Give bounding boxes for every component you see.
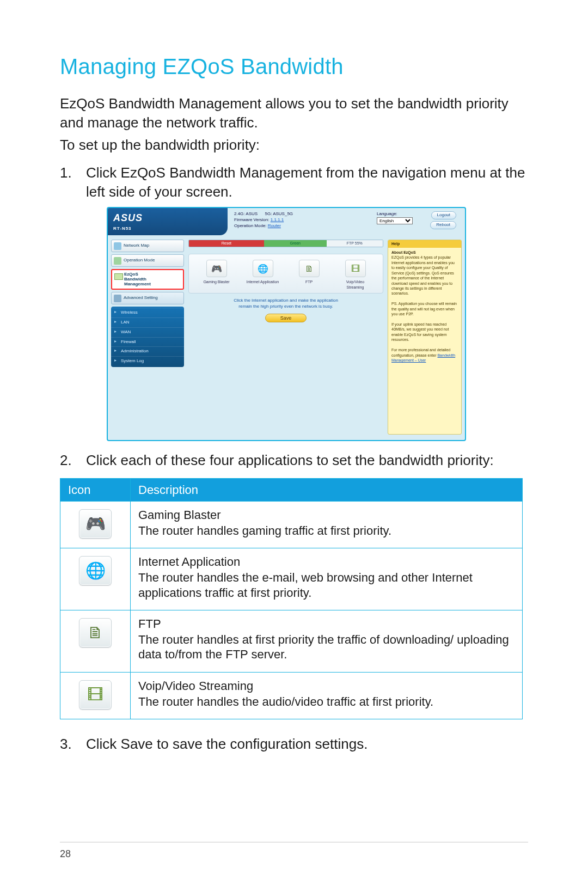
- row-title: FTP: [138, 616, 514, 632]
- help-panel: Help About EzQoS EZQoS provides 4 types …: [388, 240, 462, 435]
- priority-bar-green: Green: [264, 240, 327, 247]
- sidebar-item-advanced[interactable]: Advanced Setting: [111, 292, 184, 304]
- th-icon: Icon: [60, 478, 131, 502]
- opmode-label: Operation Mode:: [234, 223, 267, 228]
- save-button[interactable]: Save: [265, 314, 307, 322]
- language-label: Language:: [377, 211, 397, 216]
- section-heading: Managing EZQoS Bandwidth: [60, 54, 528, 79]
- step-2: 2. Click each of these four applications…: [60, 451, 528, 719]
- film-icon: 🎞: [345, 260, 366, 277]
- row-body: The router handles the audio/video traff…: [138, 694, 514, 710]
- model-label: RT-N53: [113, 226, 222, 232]
- gamepad-icon: 🎮: [206, 260, 227, 277]
- sidebar-sub-items: Wireless LAN WAN Firewall Administration…: [111, 307, 184, 367]
- router-ui-screenshot: ASUS RT-N53 2.4G: ASUS 5G: ASUS_5G Firmw…: [107, 207, 466, 441]
- router-top-bar: 2.4G: ASUS 5G: ASUS_5G Firmware Version:…: [234, 211, 460, 235]
- tile-internet[interactable]: 🌐 Internet Application: [247, 260, 279, 290]
- icon-description-table: Icon Description 🎮 Gaming Blaster The ro…: [60, 478, 523, 719]
- tile-label: Gaming Blaster: [200, 279, 233, 284]
- sidebar-item-administration[interactable]: Administration: [111, 346, 184, 356]
- th-description: Description: [131, 478, 523, 502]
- priority-bar-reset[interactable]: Reset: [189, 240, 264, 247]
- row-body: The router handles at first priority the…: [138, 632, 514, 662]
- intro-subheading: To set up the bandwidth priority:: [60, 136, 528, 155]
- help-p1: EZQoS provides 4 types of popular Intern…: [391, 255, 455, 295]
- fw-value-link[interactable]: 1.1.1.1: [271, 217, 284, 222]
- tile-voip[interactable]: 🎞 Voip/Video Streaming: [339, 260, 372, 290]
- gamepad-icon: 🎮: [79, 509, 112, 539]
- reboot-button[interactable]: Reboot: [430, 221, 456, 229]
- language-select[interactable]: English: [377, 217, 413, 224]
- brand-label: ASUS: [113, 211, 222, 224]
- sidebar-item-lan[interactable]: LAN: [111, 317, 184, 327]
- table-row: 🎞 Voip/Video Streaming The router handle…: [60, 672, 523, 719]
- step-2-text: Click each of these four applications to…: [86, 452, 494, 468]
- hint-text: Click the Internet application and make …: [188, 298, 383, 309]
- help-p3: If your uplink speed has reached 40MB/s,…: [391, 322, 449, 341]
- sidebar-item-firewall[interactable]: Firewall: [111, 337, 184, 347]
- row-body: The router handles gaming traffic at fir…: [138, 523, 514, 539]
- tile-ftp[interactable]: 🗎 FTP: [293, 260, 326, 290]
- sidebar-item-operation-mode[interactable]: Operation Mode: [111, 254, 184, 267]
- router-sidebar: Network Map Operation Mode EzQoS Bandwid…: [111, 240, 184, 367]
- sidebar-item-network-map[interactable]: Network Map: [111, 240, 184, 252]
- help-title: Help: [388, 240, 461, 247]
- tile-label: Voip/Video Streaming: [339, 279, 372, 290]
- logout-button[interactable]: Logout: [431, 211, 456, 219]
- globe-icon: 🌐: [253, 260, 273, 277]
- footer-divider: [60, 842, 528, 842]
- sidebar-item-ezqos[interactable]: EzQoS Bandwidth Management: [111, 269, 184, 290]
- steps-list: 1. Click EzQoS Bandwidth Management from…: [60, 163, 528, 754]
- file-icon: 🗎: [79, 618, 112, 647]
- step-1-text: Click EzQoS Bandwidth Management from th…: [86, 164, 525, 200]
- fw-label: Firmware Version:: [234, 217, 269, 222]
- tile-label: Internet Application: [247, 279, 279, 284]
- row-title: Gaming Blaster: [138, 507, 514, 523]
- priority-bar-ftp: FTP 55%: [327, 240, 383, 247]
- table-row: 🎮 Gaming Blaster The router handles gami…: [60, 502, 523, 548]
- row-title: Voip/Video Streaming: [138, 678, 514, 694]
- help-about: About EzQoS: [391, 250, 416, 254]
- router-brand-header: ASUS RT-N53: [108, 208, 228, 235]
- step-3-text: Click Save to save the configuration set…: [86, 736, 367, 752]
- table-row: 🗎 FTP The router handles at first priori…: [60, 610, 523, 673]
- ssid-5g: 5G: ASUS_5G: [265, 211, 293, 216]
- table-row: 🌐 Internet Application The router handle…: [60, 548, 523, 610]
- film-icon: 🎞: [79, 680, 112, 710]
- step-number: 1.: [60, 163, 72, 182]
- sidebar-item-wan[interactable]: WAN: [111, 327, 184, 337]
- intro-paragraph: EzQoS Bandwidth Management allows you to…: [60, 94, 528, 132]
- router-main-pane: Reset Green FTP 55% 🎮 Gaming Blaster 🌐: [188, 240, 383, 435]
- tile-gaming[interactable]: 🎮 Gaming Blaster: [200, 260, 233, 290]
- file-icon: 🗎: [299, 260, 320, 277]
- tile-label: FTP: [293, 279, 326, 284]
- globe-icon: 🌐: [79, 556, 112, 585]
- row-body: The router handles the e-mail, web brows…: [138, 570, 514, 600]
- sidebar-item-wireless[interactable]: Wireless: [111, 308, 184, 317]
- opmode-value-link[interactable]: Router: [268, 223, 281, 228]
- row-title: Internet Application: [138, 554, 514, 570]
- step-1: 1. Click EzQoS Bandwidth Management from…: [60, 163, 528, 441]
- document-page: Managing EZQoS Bandwidth EzQoS Bandwidth…: [0, 0, 588, 886]
- step-3: 3. Click Save to save the configuration …: [60, 735, 528, 754]
- step-number: 2.: [60, 451, 72, 470]
- step-number: 3.: [60, 735, 72, 754]
- page-number: 28: [60, 848, 71, 860]
- priority-bar: Reset Green FTP 55%: [188, 240, 383, 247]
- sidebar-item-system-log[interactable]: System Log: [111, 356, 184, 366]
- app-tiles: 🎮 Gaming Blaster 🌐 Internet Application …: [188, 254, 383, 294]
- ssid-24g: 2.4G: ASUS: [234, 211, 258, 216]
- help-p2: PS. Application you choose will remain t…: [391, 302, 457, 316]
